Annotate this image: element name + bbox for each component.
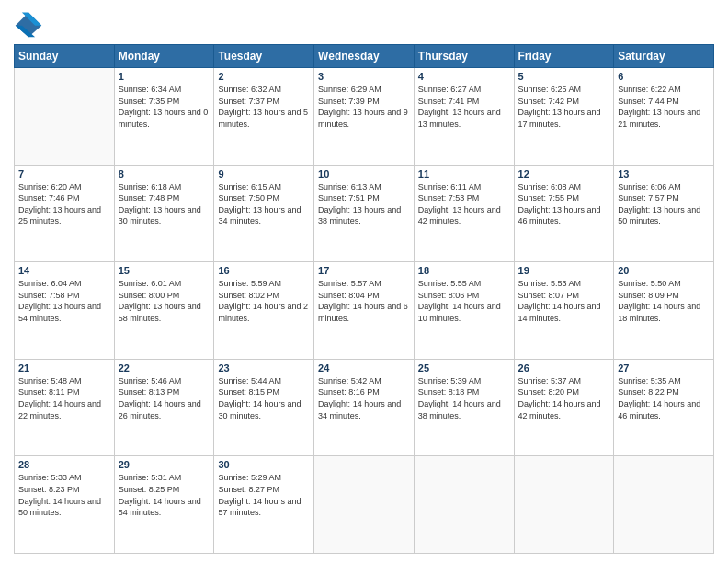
calendar-day: 6Sunrise: 6:22 AM Sunset: 7:44 PM Daylig… (614, 68, 714, 166)
day-info: Sunrise: 6:32 AM Sunset: 7:37 PM Dayligh… (218, 84, 310, 130)
day-number: 16 (218, 265, 310, 276)
calendar-day: 11Sunrise: 6:11 AM Sunset: 7:53 PM Dayli… (414, 165, 514, 262)
day-number: 7 (18, 168, 110, 179)
day-number: 22 (119, 362, 210, 373)
day-info: Sunrise: 5:37 AM Sunset: 8:20 PM Dayligh… (518, 375, 610, 421)
day-number: 5 (518, 71, 610, 82)
day-number: 20 (618, 265, 710, 276)
calendar-day: 1Sunrise: 6:34 AM Sunset: 7:35 PM Daylig… (114, 68, 214, 166)
day-number: 1 (119, 71, 210, 82)
day-number: 12 (518, 168, 610, 179)
calendar-day: 14Sunrise: 6:04 AM Sunset: 7:58 PM Dayli… (15, 262, 115, 360)
header-day: Tuesday (214, 45, 314, 68)
day-info: Sunrise: 5:50 AM Sunset: 8:09 PM Dayligh… (618, 278, 710, 324)
header-row: SundayMondayTuesdayWednesdayThursdayFrid… (15, 45, 714, 68)
calendar-day: 26Sunrise: 5:37 AM Sunset: 8:20 PM Dayli… (514, 359, 614, 456)
day-info: Sunrise: 6:34 AM Sunset: 7:35 PM Dayligh… (119, 84, 210, 130)
calendar-day: 27Sunrise: 5:35 AM Sunset: 8:22 PM Dayli… (614, 359, 714, 456)
calendar-day: 24Sunrise: 5:42 AM Sunset: 8:16 PM Dayli… (314, 359, 415, 456)
header (14, 9, 714, 39)
day-number: 17 (318, 265, 410, 276)
calendar-day: 17Sunrise: 5:57 AM Sunset: 8:04 PM Dayli… (314, 262, 415, 360)
day-number: 21 (18, 362, 110, 373)
day-info: Sunrise: 5:31 AM Sunset: 8:25 PM Dayligh… (119, 472, 210, 518)
day-number: 8 (119, 168, 210, 179)
calendar-day (614, 456, 714, 554)
header-day: Saturday (614, 45, 714, 68)
day-number: 2 (218, 71, 310, 82)
day-info: Sunrise: 6:11 AM Sunset: 7:53 PM Dayligh… (418, 181, 510, 227)
calendar-day: 21Sunrise: 5:48 AM Sunset: 8:11 PM Dayli… (15, 359, 115, 456)
calendar-day: 9Sunrise: 6:15 AM Sunset: 7:50 PM Daylig… (214, 165, 314, 262)
calendar-day: 3Sunrise: 6:29 AM Sunset: 7:39 PM Daylig… (314, 68, 415, 166)
day-info: Sunrise: 6:15 AM Sunset: 7:50 PM Dayligh… (218, 181, 310, 227)
day-info: Sunrise: 5:33 AM Sunset: 8:23 PM Dayligh… (18, 472, 110, 518)
day-number: 29 (119, 459, 210, 470)
calendar-body: 1Sunrise: 6:34 AM Sunset: 7:35 PM Daylig… (15, 68, 714, 554)
calendar-day (15, 68, 115, 166)
calendar-day (514, 456, 614, 554)
day-number: 10 (318, 168, 410, 179)
day-info: Sunrise: 6:20 AM Sunset: 7:46 PM Dayligh… (18, 181, 110, 227)
day-number: 25 (418, 362, 510, 373)
day-info: Sunrise: 5:44 AM Sunset: 8:15 PM Dayligh… (218, 375, 310, 421)
calendar-week: 7Sunrise: 6:20 AM Sunset: 7:46 PM Daylig… (15, 165, 714, 262)
day-info: Sunrise: 5:39 AM Sunset: 8:18 PM Dayligh… (418, 375, 510, 421)
day-number: 4 (418, 71, 510, 82)
calendar: SundayMondayTuesdayWednesdayThursdayFrid… (14, 44, 714, 554)
day-info: Sunrise: 6:08 AM Sunset: 7:55 PM Dayligh… (518, 181, 610, 227)
calendar-day: 29Sunrise: 5:31 AM Sunset: 8:25 PM Dayli… (114, 456, 214, 554)
day-number: 24 (318, 362, 410, 373)
calendar-day: 8Sunrise: 6:18 AM Sunset: 7:48 PM Daylig… (114, 165, 214, 262)
calendar-header: SundayMondayTuesdayWednesdayThursdayFrid… (15, 45, 714, 68)
calendar-day: 23Sunrise: 5:44 AM Sunset: 8:15 PM Dayli… (214, 359, 314, 456)
calendar-day: 13Sunrise: 6:06 AM Sunset: 7:57 PM Dayli… (614, 165, 714, 262)
calendar-day: 7Sunrise: 6:20 AM Sunset: 7:46 PM Daylig… (15, 165, 115, 262)
day-info: Sunrise: 5:55 AM Sunset: 8:06 PM Dayligh… (418, 278, 510, 324)
calendar-day: 19Sunrise: 5:53 AM Sunset: 8:07 PM Dayli… (514, 262, 614, 360)
day-number: 28 (18, 459, 110, 470)
day-info: Sunrise: 6:06 AM Sunset: 7:57 PM Dayligh… (618, 181, 710, 227)
calendar-day: 10Sunrise: 6:13 AM Sunset: 7:51 PM Dayli… (314, 165, 415, 262)
day-info: Sunrise: 6:13 AM Sunset: 7:51 PM Dayligh… (318, 181, 410, 227)
calendar-day: 16Sunrise: 5:59 AM Sunset: 8:02 PM Dayli… (214, 262, 314, 360)
day-number: 14 (18, 265, 110, 276)
header-day: Wednesday (314, 45, 415, 68)
logo-icon (14, 9, 43, 39)
day-info: Sunrise: 6:29 AM Sunset: 7:39 PM Dayligh… (318, 84, 410, 130)
day-number: 23 (218, 362, 310, 373)
calendar-day: 2Sunrise: 6:32 AM Sunset: 7:37 PM Daylig… (214, 68, 314, 166)
day-info: Sunrise: 6:22 AM Sunset: 7:44 PM Dayligh… (618, 84, 710, 130)
calendar-week: 28Sunrise: 5:33 AM Sunset: 8:23 PM Dayli… (15, 456, 714, 554)
calendar-day: 30Sunrise: 5:29 AM Sunset: 8:27 PM Dayli… (214, 456, 314, 554)
day-info: Sunrise: 5:35 AM Sunset: 8:22 PM Dayligh… (618, 375, 710, 421)
day-info: Sunrise: 6:27 AM Sunset: 7:41 PM Dayligh… (418, 84, 510, 130)
day-number: 3 (318, 71, 410, 82)
day-info: Sunrise: 5:42 AM Sunset: 8:16 PM Dayligh… (318, 375, 410, 421)
logo (14, 9, 47, 39)
day-number: 11 (418, 168, 510, 179)
calendar-day: 22Sunrise: 5:46 AM Sunset: 8:13 PM Dayli… (114, 359, 214, 456)
day-number: 19 (518, 265, 610, 276)
day-number: 18 (418, 265, 510, 276)
calendar-week: 14Sunrise: 6:04 AM Sunset: 7:58 PM Dayli… (15, 262, 714, 360)
day-number: 15 (119, 265, 210, 276)
calendar-day: 20Sunrise: 5:50 AM Sunset: 8:09 PM Dayli… (614, 262, 714, 360)
day-info: Sunrise: 5:29 AM Sunset: 8:27 PM Dayligh… (218, 472, 310, 518)
calendar-week: 1Sunrise: 6:34 AM Sunset: 7:35 PM Daylig… (15, 68, 714, 166)
calendar-day: 12Sunrise: 6:08 AM Sunset: 7:55 PM Dayli… (514, 165, 614, 262)
day-info: Sunrise: 5:46 AM Sunset: 8:13 PM Dayligh… (119, 375, 210, 421)
calendar-day (314, 456, 415, 554)
day-number: 27 (618, 362, 710, 373)
calendar-week: 21Sunrise: 5:48 AM Sunset: 8:11 PM Dayli… (15, 359, 714, 456)
calendar-day: 25Sunrise: 5:39 AM Sunset: 8:18 PM Dayli… (414, 359, 514, 456)
calendar-day (414, 456, 514, 554)
calendar-day: 18Sunrise: 5:55 AM Sunset: 8:06 PM Dayli… (414, 262, 514, 360)
day-info: Sunrise: 6:01 AM Sunset: 8:00 PM Dayligh… (119, 278, 210, 324)
header-day: Friday (514, 45, 614, 68)
page: SundayMondayTuesdayWednesdayThursdayFrid… (0, 0, 728, 563)
day-number: 6 (618, 71, 710, 82)
calendar-day: 28Sunrise: 5:33 AM Sunset: 8:23 PM Dayli… (15, 456, 115, 554)
header-day: Monday (114, 45, 214, 68)
header-day: Thursday (414, 45, 514, 68)
